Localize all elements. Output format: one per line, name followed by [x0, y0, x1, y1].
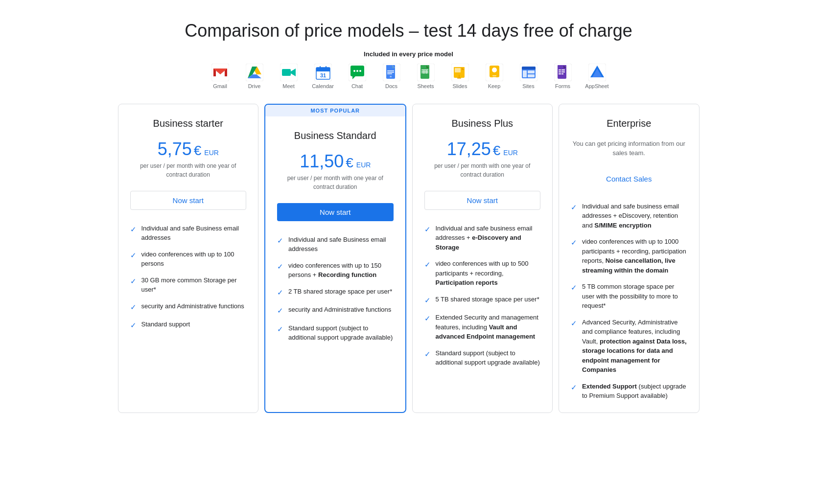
icon-chat-label: Chat — [351, 83, 363, 89]
plan-standard-price-row: 11,50 € EUR — [277, 151, 394, 172]
icon-gmail-label: Gmail — [213, 83, 227, 89]
icon-keep-label: Keep — [488, 83, 501, 89]
plan-plus-symbol: € — [493, 143, 501, 159]
check-icon: ✓ — [130, 224, 137, 235]
plan-plus-features: ✓Individual and safe business email addr… — [424, 224, 541, 367]
svg-rect-58 — [559, 69, 561, 70]
plan-standard-desc: per user / per month with one year ofcon… — [277, 174, 394, 191]
svg-rect-33 — [421, 71, 428, 72]
plan-enterprise: Enterprise You can get pricing informati… — [559, 104, 700, 413]
plan-enterprise-features: ✓Individual and safe business email addr… — [571, 202, 687, 401]
icon-drive: Drive — [242, 64, 267, 89]
check-icon: ✓ — [571, 318, 577, 329]
svg-rect-37 — [420, 74, 429, 79]
svg-text:≡: ≡ — [389, 75, 391, 78]
check-icon: ✓ — [277, 305, 283, 317]
plan-plus-cta[interactable]: Now start — [424, 191, 541, 210]
svg-rect-48 — [493, 77, 496, 78]
plan-starter-name: Business starter — [130, 118, 247, 129]
svg-point-21 — [359, 70, 361, 72]
check-icon: ✓ — [130, 320, 137, 331]
plan-standard: MOST POPULAR Business Standard 11,50 € E… — [264, 104, 406, 413]
icon-meet: Meet — [276, 64, 302, 89]
svg-point-19 — [353, 70, 355, 72]
feature-item: ✓security and Administrative functions — [277, 305, 394, 317]
check-icon: ✓ — [571, 202, 577, 213]
plan-enterprise-cta[interactable]: Contact Sales — [571, 170, 687, 188]
page-title: Comparison of price models – test 14 day… — [10, 20, 807, 43]
enterprise-pricing-text: You can get pricing information from our… — [571, 139, 687, 158]
check-icon: ✓ — [424, 224, 431, 235]
svg-text:31: 31 — [320, 72, 326, 78]
check-icon: ✓ — [571, 237, 577, 249]
feature-item: ✓Standard support (subject to additional… — [277, 323, 394, 343]
plan-starter-features: ✓Individual and safe Business email addr… — [130, 224, 247, 331]
svg-rect-54 — [528, 70, 535, 73]
check-icon: ✓ — [424, 295, 431, 306]
check-icon: ✓ — [277, 261, 283, 273]
check-icon: ✓ — [130, 276, 137, 287]
feature-item: ✓Individual and safe Business email addr… — [277, 235, 394, 254]
feature-item: ✓video conferences with up to 500 partic… — [424, 259, 541, 288]
icon-slides-label: Slides — [453, 83, 467, 89]
icon-slides: Slides — [447, 64, 473, 89]
check-icon: ✓ — [571, 282, 577, 294]
icon-sheets-label: Sheets — [417, 83, 434, 89]
feature-item: ✓Individual and safe business email addr… — [571, 202, 687, 230]
svg-rect-7 — [282, 69, 291, 76]
feature-item: ✓video conferences with up to 150 person… — [277, 261, 394, 280]
check-icon: ✓ — [424, 349, 431, 360]
check-icon: ✓ — [277, 287, 283, 298]
icon-forms: Forms — [550, 64, 576, 89]
icon-sites-label: Sites — [522, 83, 534, 89]
svg-rect-63 — [561, 73, 563, 74]
feature-item: ✓5 TB shared storage space per user* — [424, 295, 541, 306]
plan-standard-symbol: € — [346, 155, 353, 171]
svg-rect-59 — [561, 69, 565, 70]
plan-plus-name: Business Plus — [424, 118, 541, 129]
most-popular-banner: MOST POPULAR — [265, 105, 405, 116]
icon-chat: Chat — [345, 64, 370, 89]
plan-plus-price-row: 17,25 € EUR — [424, 139, 541, 160]
feature-item: ✓video conferences with up to 100 person… — [130, 250, 247, 269]
svg-rect-62 — [559, 73, 561, 74]
plan-standard-cta[interactable]: Now start — [277, 203, 394, 221]
icon-keep: Keep — [482, 64, 507, 89]
svg-rect-27 — [387, 73, 392, 74]
feature-item: ✓video conferences with up to 1000 parti… — [571, 237, 687, 275]
icon-meet-label: Meet — [282, 83, 294, 89]
icon-docs: ≡ Docs — [379, 64, 404, 89]
plan-starter-symbol: € — [194, 143, 202, 159]
feature-item: ✓Individual and safe Business email addr… — [130, 224, 247, 243]
plans-container: Business starter 5,75 € EUR per user / p… — [115, 104, 702, 413]
icon-calendar: 31 Calendar — [310, 64, 336, 89]
svg-rect-41 — [455, 68, 461, 72]
feature-item: ✓2 TB shared storage space per user* — [277, 287, 394, 298]
svg-rect-32 — [421, 69, 428, 70]
plan-starter-cta[interactable]: Now start — [130, 191, 247, 210]
plan-plus-price: 17,25 — [447, 139, 491, 160]
check-icon: ✓ — [277, 235, 283, 247]
check-icon: ✓ — [130, 250, 137, 261]
svg-rect-64 — [558, 74, 566, 79]
svg-rect-12 — [316, 70, 330, 71]
icon-calendar-label: Calendar — [312, 83, 334, 89]
plan-starter-desc: per user / per month with one year ofcon… — [130, 161, 247, 179]
plan-standard-eur: EUR — [356, 161, 371, 169]
icon-gmail: Gmail — [208, 64, 233, 89]
feature-item: ✓Standard support (subject to additional… — [424, 348, 541, 367]
svg-rect-26 — [387, 72, 394, 73]
svg-point-20 — [356, 70, 358, 72]
check-icon: ✓ — [424, 313, 431, 324]
feature-item: ✓Extended Security and management featur… — [424, 313, 541, 342]
included-label: Included in every price model — [10, 50, 807, 58]
plan-starter: Business starter 5,75 € EUR per user / p… — [118, 104, 259, 413]
svg-point-46 — [492, 68, 497, 72]
plan-standard-features: ✓Individual and safe Business email addr… — [277, 235, 394, 343]
feature-item: ✓30 GB more common Storage per user* — [130, 275, 247, 295]
plan-plus-eur: EUR — [503, 149, 518, 157]
plan-starter-price-row: 5,75 € EUR — [130, 139, 247, 160]
svg-rect-53 — [523, 70, 527, 77]
plan-plus: Business Plus 17,25 € EUR per user / per… — [412, 104, 553, 413]
app-icons-row: Gmail Drive Meet 31 Calenda — [10, 64, 807, 89]
